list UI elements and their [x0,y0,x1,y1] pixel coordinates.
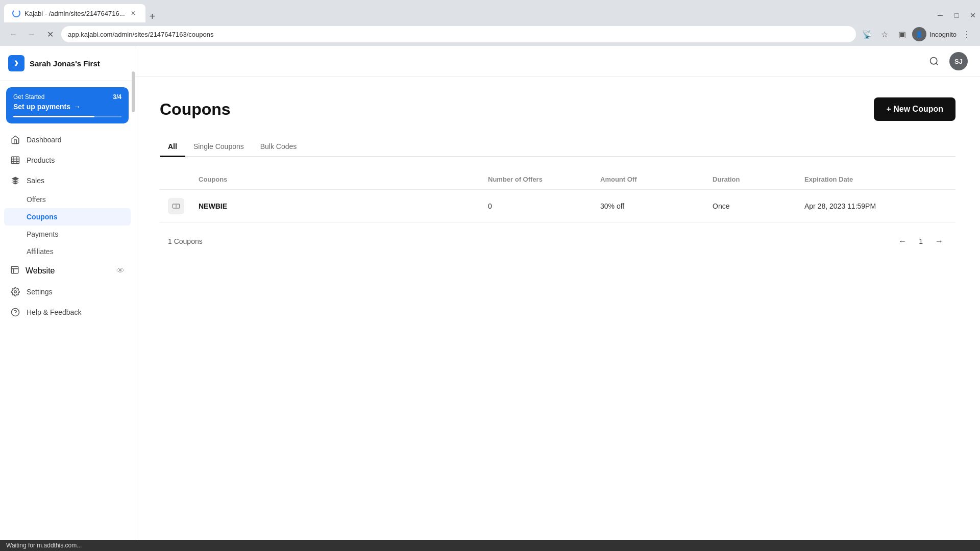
cast-icon[interactable]: 📡 [860,27,874,41]
sidebar-item-settings[interactable]: Settings [0,282,135,302]
forward-button[interactable]: → [24,27,39,41]
back-button[interactable]: ← [6,27,20,41]
get-started-arrow: → [74,103,81,111]
sidebar-item-payments[interactable]: Payments [0,226,135,243]
sidebar-item-help[interactable]: Help & Feedback [0,302,135,322]
top-bar: SJ [135,46,980,77]
get-started-progress-fill [13,116,94,117]
status-message: Waiting for m.addthis.com... [6,542,82,549]
new-tab-button[interactable]: + [145,11,160,22]
sidebar-item-products[interactable]: Products [0,150,135,170]
col-icon [168,176,199,183]
website-icon [10,265,19,277]
pagination-info: 1 Coupons [168,237,203,245]
bookmark-icon[interactable]: ☆ [877,27,892,41]
settings-icon [10,287,20,297]
payments-label: Payments [27,230,58,238]
get-started-action-text: Set up payments [13,103,70,111]
col-duration: Duration [713,176,804,183]
website-label: Website [26,266,55,276]
col-amount: Amount Off [600,176,713,183]
dashboard-label: Dashboard [27,136,62,144]
incognito-label: Incognito [929,31,957,38]
search-button[interactable] [925,52,943,70]
sidebar-item-dashboard[interactable]: Dashboard [0,130,135,150]
page-header: Coupons + New Coupon [160,97,955,121]
sidebar-item-sales[interactable]: Sales [0,170,135,191]
toolbar-actions: 📡 ☆ ▣ 👤 Incognito ⋮ [860,27,974,41]
help-label: Help & Feedback [27,308,81,316]
coupons-table: Coupons Number of Offers Amount Off Dura… [160,169,955,223]
main-content: SJ Coupons + New Coupon All Single Coupo… [135,46,980,540]
pagination: 1 Coupons ← 1 → [160,223,955,249]
row-expiration-date: Apr 28, 2023 11:59PM [804,202,947,210]
table-row[interactable]: NEWBIE 0 30% off Once Apr 28, 2023 11:59… [160,190,955,223]
sidebar-item-offers[interactable]: Offers [0,191,135,208]
address-bar[interactable]: app.kajabi.com/admin/sites/2147647163/co… [61,26,856,42]
table-header: Coupons Number of Offers Amount Off Dura… [160,169,955,190]
browser-tabs: Kajabi - /admin/sites/214764716... ✕ + ─… [0,0,980,22]
offers-label: Offers [27,195,46,204]
tab-all[interactable]: All [160,137,185,157]
eye-icon: 👁 [116,266,125,276]
home-icon [10,135,20,145]
svg-point-5 [930,58,937,64]
affiliates-label: Affiliates [27,247,54,256]
get-started-count: 3/4 [113,93,121,101]
sales-icon [10,176,20,186]
col-offers: Number of Offers [488,176,600,183]
tab-close-btn[interactable]: ✕ [129,9,137,17]
get-started-banner[interactable]: Get Started 3/4 Set up payments → [6,87,129,123]
scrollbar-thumb [132,71,135,112]
current-page: 1 [915,235,927,247]
active-tab[interactable]: Kajabi - /admin/sites/214764716... ✕ [4,4,145,22]
next-page-button[interactable]: → [931,233,947,249]
tab-title: Kajabi - /admin/sites/214764716... [24,10,125,17]
window-controls: ─ □ ✕ [933,8,980,22]
browser-chrome: Kajabi - /admin/sites/214764716... ✕ + ─… [0,0,980,46]
settings-label: Settings [27,288,53,296]
svg-point-3 [14,291,17,293]
sidebar-item-affiliates[interactable]: Affiliates [0,243,135,260]
col-coupons: Coupons [199,176,488,183]
sales-label: Sales [27,177,44,185]
svg-rect-2 [11,266,18,273]
sidebar-item-website[interactable]: Website 👁 [0,260,135,282]
prev-page-button[interactable]: ← [894,233,911,249]
profile-button[interactable]: 👤 [912,27,926,41]
address-text: app.kajabi.com/admin/sites/2147647163/co… [68,31,213,38]
products-label: Products [27,156,55,164]
row-coupon-name: NEWBIE [199,202,488,210]
sidebar-panel-icon[interactable]: ▣ [895,27,909,41]
row-amount-off: 30% off [600,202,713,210]
close-window-button[interactable]: ✕ [966,8,980,22]
maximize-button[interactable]: □ [949,8,964,22]
svg-line-6 [936,63,938,65]
svg-rect-1 [12,157,19,164]
tab-bulk-codes[interactable]: Bulk Codes [252,137,305,157]
get-started-progress [13,116,121,117]
tab-loading-spinner [12,9,20,17]
menu-icon[interactable]: ⋮ [960,27,974,41]
pagination-controls: ← 1 → [894,233,947,249]
sidebar-header: Sarah Jonas's First [0,46,135,81]
minimize-button[interactable]: ─ [933,8,947,22]
coupon-tabs: All Single Coupons Bulk Codes [160,137,955,157]
status-bar: Waiting for m.addthis.com... [0,540,980,551]
sidebar-scrollbar [132,46,135,540]
new-coupon-button[interactable]: + New Coupon [874,97,955,121]
brand-name: Sarah Jonas's First [30,59,100,68]
coupon-icon [168,198,184,214]
browser-toolbar: ← → ✕ app.kajabi.com/admin/sites/2147647… [0,22,980,46]
app-container: Sarah Jonas's First Get Started 3/4 Set … [0,46,980,540]
row-icon-cell [168,198,199,214]
row-duration: Once [713,202,804,210]
get-started-label: Get Started [13,93,44,101]
user-avatar[interactable]: SJ [949,52,968,70]
sidebar-item-coupons[interactable]: Coupons [4,208,131,226]
sidebar-logo [8,55,24,71]
products-icon [10,155,20,165]
tab-single-coupons[interactable]: Single Coupons [185,137,252,157]
refresh-button[interactable]: ✕ [43,27,57,41]
col-expiration: Expiration Date [804,176,947,183]
